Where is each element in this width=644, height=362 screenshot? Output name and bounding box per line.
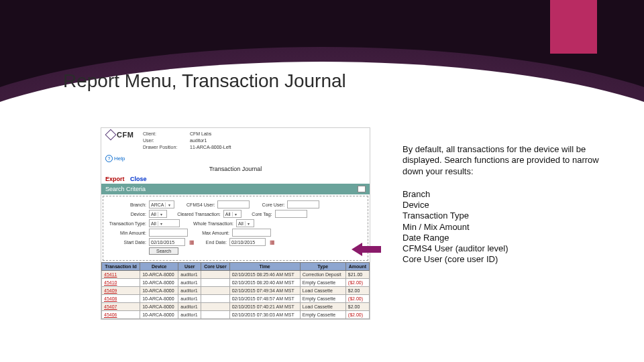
cell-time: 02/10/2015 07:36:03 AM MST xyxy=(229,311,300,319)
cell-time: 02/10/2015 07:49:34 AM MST xyxy=(229,287,300,295)
cell-device: 10-ARCA-8000 xyxy=(140,295,178,303)
chevron-down-icon: ▾ xyxy=(245,221,252,226)
coretag-label: Core Tag: xyxy=(243,212,275,217)
transaction-id-link[interactable]: 45406 xyxy=(104,312,117,317)
max-amount-label: Max Amount: xyxy=(191,231,232,235)
cfms-user-input[interactable] xyxy=(217,200,250,208)
cell-coreuser xyxy=(201,295,229,303)
start-date-label: Start Date: xyxy=(105,240,149,245)
results-table: Transaction Id Device User Core User Tim… xyxy=(101,262,370,319)
search-criteria-header[interactable]: Search Criteria xyxy=(101,184,370,194)
drawer-position-value: 11-ARCA-8000-Left xyxy=(190,145,231,149)
transaction-id-link[interactable]: 45407 xyxy=(104,304,117,309)
chevron-down-icon: ▾ xyxy=(232,212,239,217)
cell-amount: ($2.00) xyxy=(345,295,369,303)
help-label: Help xyxy=(114,156,125,162)
drawer-position-label: Drawer Position: xyxy=(143,144,190,151)
min-amount-input[interactable] xyxy=(149,229,188,237)
cell-time: 02/10/2015 08:20:40 AM MST xyxy=(229,279,300,287)
export-link[interactable]: Export xyxy=(105,176,125,182)
chevron-down-icon: ▾ xyxy=(165,202,172,207)
coretag-input[interactable] xyxy=(275,210,307,218)
cell-type: Load Cassette xyxy=(300,287,345,295)
transaction-id-link[interactable]: 45410 xyxy=(104,280,117,285)
list-item: Date Range xyxy=(402,233,617,243)
logo-diamond-icon xyxy=(105,129,117,141)
col-type[interactable]: Type xyxy=(300,263,345,271)
core-user-label: Core User: xyxy=(252,202,287,207)
close-link[interactable]: Close xyxy=(130,176,147,182)
action-links: Export Close xyxy=(101,174,370,184)
cell-coreuser xyxy=(201,271,229,279)
transaction-type-select[interactable]: All▾ xyxy=(149,219,180,227)
cell-user: auditor1 xyxy=(178,295,201,303)
help-link[interactable]: ?Help xyxy=(101,154,370,164)
transaction-type-label: Transaction Type: xyxy=(105,221,149,226)
end-date-input[interactable]: 02/10/2015 xyxy=(229,238,266,246)
min-amount-label: Min Amount: xyxy=(105,231,149,235)
max-amount-input[interactable] xyxy=(232,229,271,237)
cell-amount: ($2.00) xyxy=(345,279,369,287)
cell-type: Load Cassette xyxy=(300,303,345,311)
transaction-id-link[interactable]: 45409 xyxy=(104,288,117,293)
whole-transaction-select[interactable]: All▾ xyxy=(236,219,254,227)
col-id[interactable]: Transaction Id xyxy=(102,263,140,271)
client-value: CFM Labs xyxy=(190,131,211,136)
list-item: Min / Mix Amount xyxy=(402,222,617,233)
table-row: 4541110-ARCA-8000auditor102/10/2015 08:2… xyxy=(102,271,370,279)
app-panel: CFM Client:CFM Labs User:auditor1 Drawer… xyxy=(101,127,370,320)
calendar-icon[interactable]: ▦ xyxy=(270,239,275,245)
col-coreuser[interactable]: Core User xyxy=(201,263,229,271)
cell-time: 02/10/2015 07:48:57 AM MST xyxy=(229,295,300,303)
cell-device: 10-ARCA-8000 xyxy=(140,311,178,319)
table-row: 4540910-ARCA-8000auditor102/10/2015 07:4… xyxy=(102,287,370,295)
cell-amount: $2.00 xyxy=(345,287,369,295)
cell-amount: $2.00 xyxy=(345,303,369,311)
col-time[interactable]: Time xyxy=(229,263,300,271)
cell-time: 02/10/2015 07:40:21 AM MST xyxy=(229,303,300,311)
cfms-user-label: CFMS4 User: xyxy=(176,202,217,207)
search-button[interactable]: Search xyxy=(149,247,178,255)
explanation-paragraph: By default, all transactions for the dev… xyxy=(402,144,617,177)
table-row: 4540810-ARCA-8000auditor102/10/2015 07:4… xyxy=(102,295,370,303)
whole-transaction-label: Whole Transaction: xyxy=(181,221,236,226)
cell-amount: ($2.00) xyxy=(345,311,369,319)
branch-label: Branch: xyxy=(105,202,149,207)
collapse-icon[interactable] xyxy=(358,186,366,192)
cell-device: 10-ARCA-8000 xyxy=(140,279,178,287)
user-label: User: xyxy=(143,137,190,144)
list-item: Branch xyxy=(402,189,617,200)
start-date-input[interactable]: 02/10/2015 xyxy=(149,238,185,246)
cell-type: Empty Cassette xyxy=(300,279,345,287)
col-device[interactable]: Device xyxy=(140,263,178,271)
cell-type: Empty Cassette xyxy=(300,295,345,303)
cell-user: auditor1 xyxy=(178,303,201,311)
cell-coreuser xyxy=(201,311,229,319)
page-title: Report Menu, Transaction Journal xyxy=(63,70,346,92)
cfm-logo: CFM xyxy=(105,131,138,139)
cell-user: auditor1 xyxy=(178,271,201,279)
col-amount[interactable]: Amount xyxy=(345,263,369,271)
help-icon: ? xyxy=(105,155,113,162)
table-row: 4540710-ARCA-8000auditor102/10/2015 07:4… xyxy=(102,303,370,311)
search-form: Branch: ARCA▾ CFMS4 User: Core User: Dev… xyxy=(103,196,368,261)
journal-title: Transaction Journal xyxy=(101,164,370,174)
device-select[interactable]: All▾ xyxy=(149,210,167,218)
explanation-text: By default, all transactions for the dev… xyxy=(402,144,617,265)
branch-select[interactable]: ARCA▾ xyxy=(149,200,174,208)
list-item: Device xyxy=(402,200,617,210)
cell-device: 10-ARCA-8000 xyxy=(140,287,178,295)
cell-amount: $21.00 xyxy=(345,271,369,279)
calendar-icon[interactable]: ▦ xyxy=(189,239,195,245)
list-item: Transaction Type xyxy=(402,210,617,221)
core-user-input[interactable] xyxy=(287,200,319,208)
explanation-list: BranchDeviceTransaction TypeMin / Mix Am… xyxy=(402,189,617,265)
cell-coreuser xyxy=(201,303,229,311)
transaction-id-link[interactable]: 45408 xyxy=(104,296,117,301)
client-label: Client: xyxy=(143,131,190,137)
transaction-id-link[interactable]: 45411 xyxy=(104,272,117,277)
cleared-select[interactable]: All▾ xyxy=(223,210,241,218)
cell-user: auditor1 xyxy=(178,287,201,295)
table-row: 4541010-ARCA-8000auditor102/10/2015 08:2… xyxy=(102,279,370,287)
col-user[interactable]: User xyxy=(178,263,201,271)
